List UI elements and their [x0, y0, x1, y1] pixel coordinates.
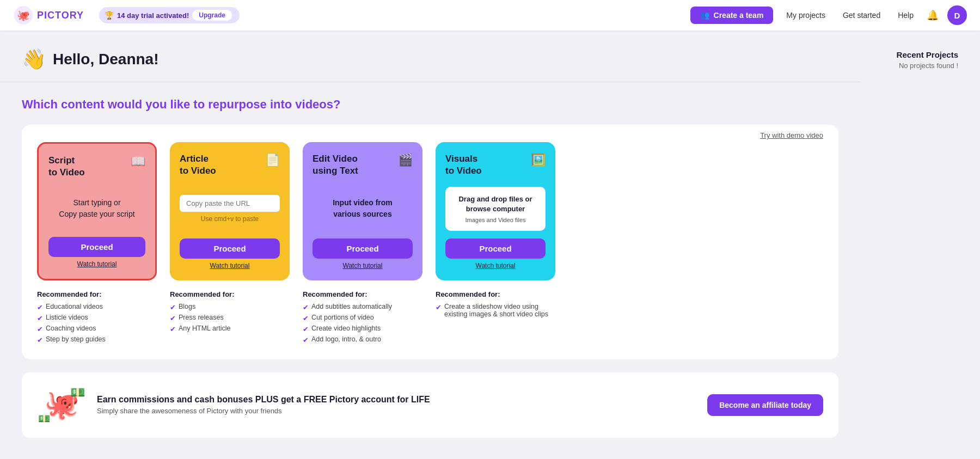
check-icon: ✔ — [303, 336, 309, 344]
nav-help[interactable]: Help — [893, 11, 918, 20]
rec-item: ✔Educational videos — [37, 303, 157, 311]
visuals-icon: 🖼️ — [531, 153, 546, 167]
visuals-proceed-button[interactable]: Proceed — [445, 238, 546, 259]
rec-item: ✔Step by step guides — [37, 335, 157, 344]
edit-icon: 🎬 — [398, 153, 413, 167]
card-script-body: Start typing orCopy paste your script — [48, 188, 145, 229]
edit-body-text: Input video fromvarious sources — [333, 197, 393, 220]
bell-icon[interactable]: 🔔 — [927, 9, 939, 21]
sidebar-right: Recent Projects No projects found ! — [838, 48, 958, 438]
card-edit-body: Input video fromvarious sources — [313, 187, 413, 230]
demo-video-link[interactable]: Try with demo video — [760, 131, 823, 139]
check-icon: ✔ — [303, 314, 309, 322]
drag-drop-area[interactable]: Drag and drop files orbrowse computer Im… — [445, 187, 546, 230]
affiliate-main-text: Earn commissions and cash bonuses PLUS g… — [97, 395, 696, 405]
url-hint: Use cmd+v to paste — [201, 215, 259, 223]
script-watch-tutorial[interactable]: Watch tutorial — [77, 260, 117, 268]
card-article: Article to Video 📄 Use cmd+v to paste Pr… — [170, 142, 290, 280]
drag-drop-main-text: Drag and drop files orbrowse computer — [452, 194, 539, 214]
rec-script-title: Recommended for: — [37, 290, 157, 298]
affiliate-text-area: Earn commissions and cash bonuses PLUS g… — [97, 395, 696, 415]
cards-inner: Try with demo video Script to Video 📖 St… — [22, 125, 838, 290]
rec-script: Recommended for: ✔Educational videos ✔Li… — [37, 290, 157, 346]
pictory-logo-icon: 🐙 — [13, 5, 34, 26]
rec-item: ✔Any HTML article — [170, 325, 290, 333]
card-article-header: Article to Video 📄 — [180, 153, 280, 177]
greeting-text: Hello, Deanna! — [53, 51, 158, 68]
card-script: Script to Video 📖 Start typing orCopy pa… — [37, 142, 157, 280]
drag-drop-sub-text: Images and Video files — [452, 217, 539, 223]
create-team-label: Create a team — [714, 11, 764, 20]
logo[interactable]: 🐙 PICTORY — [13, 5, 84, 26]
card-script-title: Script to Video — [48, 155, 85, 179]
edit-watch-tutorial[interactable]: Watch tutorial — [343, 262, 383, 270]
rec-item: ✔Press releases — [170, 314, 290, 322]
article-proceed-button[interactable]: Proceed — [180, 238, 280, 259]
visuals-watch-tutorial[interactable]: Watch tutorial — [476, 262, 516, 270]
octopus-mascot: 🐙 💵 💵 — [37, 383, 86, 427]
check-icon: ✔ — [37, 325, 43, 333]
affiliate-button[interactable]: Become an affiliate today — [707, 394, 823, 416]
rec-item: ✔Add logo, intro, & outro — [303, 335, 422, 344]
recent-projects-title: Recent Projects — [838, 50, 958, 59]
question-section: Which content would you like to repurpos… — [22, 97, 838, 112]
card-visuals-body: Drag and drop files orbrowse computer Im… — [445, 187, 546, 230]
check-icon: ✔ — [436, 303, 442, 311]
main-content: 👋 Hello, Deanna! Which content would you… — [0, 30, 980, 451]
card-edit-header: Edit Video using Text 🎬 — [313, 153, 413, 177]
script-proceed-button[interactable]: Proceed — [48, 237, 145, 257]
recommendations-row: Recommended for: ✔Educational videos ✔Li… — [22, 290, 838, 359]
brand-name: PICTORY — [37, 10, 84, 21]
money-emoji: 💵 — [70, 385, 85, 400]
avatar[interactable]: D — [947, 5, 967, 25]
edit-proceed-button[interactable]: Proceed — [313, 238, 413, 259]
check-icon: ✔ — [37, 303, 43, 311]
card-visuals-title: Visuals to Video — [445, 153, 482, 177]
card-edit-title: Edit Video using Text — [313, 153, 358, 177]
rec-item: ✔Listicle videos — [37, 314, 157, 322]
card-script-header: Script to Video 📖 — [48, 155, 145, 179]
check-icon: ✔ — [303, 325, 309, 333]
create-team-button[interactable]: 👥 Create a team — [690, 7, 774, 24]
card-visuals: Visuals to Video 🖼️ Drag and drop files … — [436, 142, 555, 280]
create-team-icon: 👥 — [700, 11, 709, 20]
card-article-title: Article to Video — [180, 153, 216, 177]
rec-item: ✔Create a slideshow video using existing… — [436, 303, 555, 318]
rec-edit-title: Recommended for: — [303, 290, 422, 298]
rec-item: ✔Cut portions of video — [303, 314, 422, 322]
recent-projects-empty: No projects found ! — [838, 62, 958, 70]
content-area: 👋 Hello, Deanna! Which content would you… — [22, 48, 838, 438]
hello-section: 👋 Hello, Deanna! — [22, 48, 838, 71]
nav-get-started[interactable]: Get started — [838, 11, 885, 20]
article-watch-tutorial[interactable]: Watch tutorial — [210, 262, 250, 270]
rec-item: ✔Create video highlights — [303, 325, 422, 333]
rec-article-title: Recommended for: — [170, 290, 290, 298]
script-icon: 📖 — [131, 155, 145, 169]
upgrade-button[interactable]: Upgrade — [192, 10, 232, 21]
cards-container: Try with demo video Script to Video 📖 St… — [22, 125, 838, 359]
check-icon: ✔ — [37, 314, 43, 322]
article-icon: 📄 — [265, 153, 280, 167]
url-input[interactable] — [180, 195, 280, 212]
rec-item: ✔Add subtitles automatically — [303, 303, 422, 311]
affiliate-banner: 🐙 💵 💵 Earn commissions and cash bonuses … — [22, 372, 838, 438]
rec-item: ✔Blogs — [170, 303, 290, 311]
affiliate-sub-text: Simply share the awesomeness of Pictory … — [97, 407, 696, 415]
divider — [0, 82, 860, 82]
wave-emoji: 👋 — [22, 48, 46, 71]
money-emoji2: 💵 — [38, 413, 50, 425]
navbar: 🐙 PICTORY 🏆 14 day trial activated! Upgr… — [0, 0, 980, 30]
rec-article: Recommended for: ✔Blogs ✔Press releases … — [170, 290, 290, 346]
repurpose-title: Which content would you like to repurpos… — [22, 97, 838, 112]
check-icon: ✔ — [37, 336, 43, 344]
script-body-text: Start typing orCopy paste your script — [59, 197, 134, 220]
check-icon: ✔ — [170, 303, 176, 311]
svg-text:🐙: 🐙 — [17, 9, 30, 22]
rec-edit: Recommended for: ✔Add subtitles automati… — [303, 290, 422, 346]
nav-my-projects[interactable]: My projects — [782, 11, 830, 20]
card-edit: Edit Video using Text 🎬 Input video from… — [303, 142, 422, 280]
check-icon: ✔ — [170, 314, 176, 322]
check-icon: ✔ — [170, 325, 176, 333]
trial-badge: 🏆 14 day trial activated! Upgrade — [99, 7, 240, 23]
card-article-body: Use cmd+v to paste — [180, 187, 280, 230]
